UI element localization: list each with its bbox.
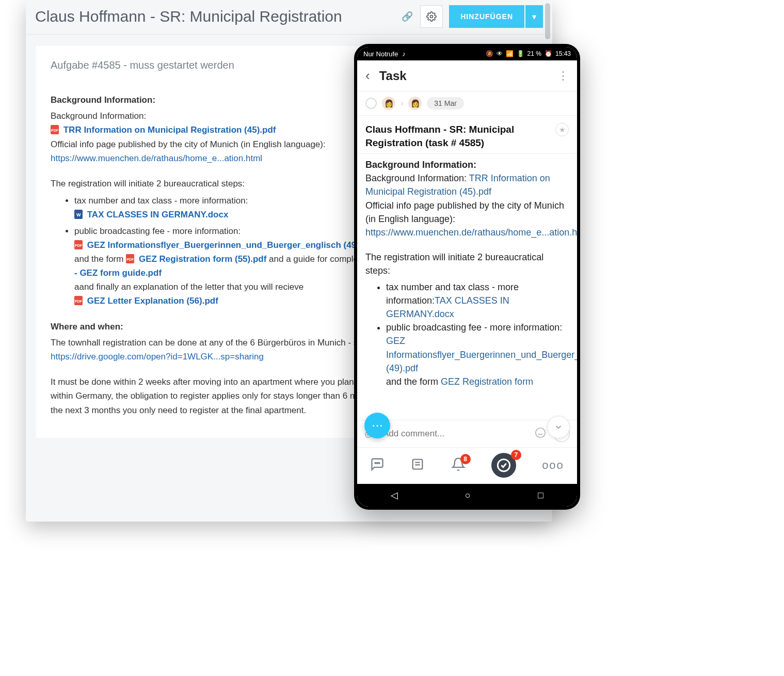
list-item: public broadcasting fee - more informati… xyxy=(386,321,569,388)
link-icon[interactable]: 🔗 xyxy=(402,11,413,22)
settings-button[interactable] xyxy=(420,5,443,28)
and-form-text: and the form xyxy=(74,254,126,264)
task-title-row: Claus Hoffmann - SR: Municipal Registrat… xyxy=(357,116,577,154)
music-icon: ♪ xyxy=(402,50,406,58)
back-button[interactable]: ‹ xyxy=(365,68,370,84)
status-circle[interactable] xyxy=(365,98,377,109)
avatar[interactable]: 👩 xyxy=(408,97,422,110)
doc-icon xyxy=(74,210,83,219)
official-info-text: Official info page published by the city… xyxy=(365,199,569,226)
svg-point-0 xyxy=(430,15,433,18)
list-item: tax number and tax class - more informat… xyxy=(386,280,569,321)
battery-pct: 21 % xyxy=(527,50,541,57)
svg-point-5 xyxy=(377,463,378,464)
mobile-device: Nur Notrufe ♪ 🔕 👁 📶 🔋 21 % ⏰ 15:43 ‹ Tas… xyxy=(354,44,580,510)
nav-feed[interactable] xyxy=(410,457,425,474)
carrier-text: Nur Notrufe xyxy=(363,50,398,58)
attachment-link[interactable]: GEZ Informationsflyer_Buergerinnen_und_B… xyxy=(386,336,577,373)
add-button-dropdown[interactable]: ▾ xyxy=(525,5,543,28)
avatar[interactable]: 👩 xyxy=(382,97,395,110)
emoji-icon[interactable] xyxy=(535,427,546,441)
wifi-icon: 📶 xyxy=(506,50,514,57)
notification-badge: 8 xyxy=(460,454,471,464)
nav-chat[interactable] xyxy=(370,457,385,474)
pdf-icon xyxy=(51,125,59,134)
android-recent-button[interactable]: □ xyxy=(538,490,543,501)
fab-button[interactable]: ⋯ xyxy=(364,413,390,438)
pdf-icon xyxy=(74,240,83,249)
android-home-button[interactable]: ○ xyxy=(465,490,471,501)
add-button[interactable]: HINZUFÜGEN xyxy=(449,5,524,28)
alarm-icon: ⏰ xyxy=(545,50,552,57)
star-button[interactable]: ★ xyxy=(555,123,569,136)
scroll-down-button[interactable] xyxy=(547,416,570,438)
page-title: Claus Hoffmann - SR: Municipal Registrat… xyxy=(35,8,396,25)
li-text: public broadcasting fee - more informati… xyxy=(386,322,562,333)
attachment-link[interactable]: GEZ Informationsflyer_Buergerinnen_und_B… xyxy=(87,240,375,250)
attachment-link[interactable]: GEZ Registration form xyxy=(441,376,533,387)
external-link[interactable]: https://drive.google.com/open?id=1WLGK..… xyxy=(51,352,264,361)
task-body-mobile: Background Information: Background Infor… xyxy=(357,154,577,420)
attachment-link[interactable]: TRR Information on Municipal Registratio… xyxy=(63,125,276,135)
date-chip[interactable]: 31 Mar xyxy=(427,97,464,109)
attachment-link[interactable]: GEZ Registration form (55).pdf xyxy=(139,254,266,264)
android-nav-bar: ◁ ○ □ xyxy=(357,484,577,507)
svg-point-6 xyxy=(379,463,380,464)
tasks-badge: 7 xyxy=(511,450,521,460)
svg-point-1 xyxy=(536,428,545,437)
reg-intro: The registration will initiate 2 bureauc… xyxy=(365,250,569,277)
nav-tasks[interactable]: 7 xyxy=(491,453,516,478)
background-sub: Background Information: xyxy=(365,173,469,183)
eye-icon: 👁 xyxy=(497,50,503,57)
pdf-icon xyxy=(74,296,83,305)
app-title: Task xyxy=(379,69,557,83)
chevron-right-icon: › xyxy=(401,99,403,108)
nav-more[interactable]: ooo xyxy=(542,459,564,472)
svg-point-4 xyxy=(375,463,376,464)
breadcrumb-row: 👩 › 👩 31 Mar xyxy=(357,91,577,116)
android-back-button[interactable]: ◁ xyxy=(391,490,398,501)
desktop-header: Claus Hoffmann - SR: Municipal Registrat… xyxy=(26,0,552,35)
more-menu-button[interactable]: ⋮ xyxy=(557,69,569,83)
external-link[interactable]: https://www.muenchen.de/rathaus/home_e..… xyxy=(365,227,577,238)
nav-notifications[interactable]: 8 xyxy=(451,457,466,474)
section-heading-background: Background Information: xyxy=(365,158,569,171)
clock-text: 15:43 xyxy=(555,50,571,57)
steps-list: tax number and tax class - more informat… xyxy=(386,280,569,388)
li-text: public broadcasting fee - more informati… xyxy=(74,226,241,236)
external-link[interactable]: https://www.muenchen.de/rathaus/home_e..… xyxy=(51,153,262,163)
attachment-link[interactable]: TAX CLASSES IN GERMANY.docx xyxy=(87,210,229,219)
li-text: tax number and tax class - more informat… xyxy=(74,196,248,206)
comment-input[interactable] xyxy=(383,429,527,439)
mute-icon: 🔕 xyxy=(486,50,493,57)
android-statusbar: Nur Notrufe ♪ 🔕 👁 📶 🔋 21 % ⏰ 15:43 xyxy=(357,47,577,60)
battery-icon: 🔋 xyxy=(517,50,524,57)
pdf-icon xyxy=(126,254,134,263)
and-form-text: and the form xyxy=(386,376,441,387)
task-title: Claus Hoffmann - SR: Municipal Registrat… xyxy=(365,123,551,149)
mobile-screen: Nur Notrufe ♪ 🔕 👁 📶 🔋 21 % ⏰ 15:43 ‹ Tas… xyxy=(357,47,577,507)
bottom-nav: 8 7 ooo xyxy=(357,447,577,484)
app-header: ‹ Task ⋮ xyxy=(357,60,577,91)
attachment-link[interactable]: GEZ Letter Explanation (56).pdf xyxy=(87,296,218,306)
